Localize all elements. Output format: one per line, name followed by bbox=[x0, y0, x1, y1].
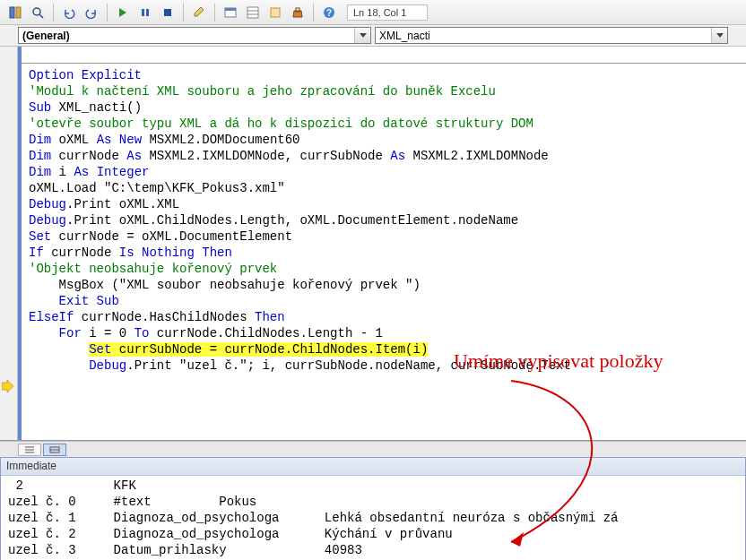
code-token: Is Nothing Then bbox=[119, 246, 232, 260]
code-token: Debug bbox=[89, 358, 126, 373]
immediate-line: uzel č. 3 Datum_prihlasky 40983 bbox=[8, 543, 362, 557]
code-token: As New bbox=[97, 133, 142, 147]
code-token: Dim bbox=[29, 149, 51, 163]
full-module-view-button[interactable] bbox=[43, 444, 66, 456]
help-icon[interactable]: ? bbox=[319, 3, 339, 22]
code-token: Then bbox=[255, 310, 285, 324]
toolbox-icon[interactable] bbox=[288, 3, 308, 22]
svg-rect-5 bbox=[146, 9, 149, 16]
properties-icon[interactable] bbox=[243, 3, 263, 22]
procedure-dropdown-value: XML_nacti bbox=[379, 30, 430, 42]
code-token: Debug bbox=[29, 197, 66, 211]
code-text: i = 0 bbox=[82, 326, 134, 340]
toolbar-separator bbox=[53, 4, 54, 22]
immediate-line: uzel č. 1 Diagnoza_od_psychologa Lehká o… bbox=[8, 511, 619, 525]
code-token: Sub bbox=[29, 100, 51, 115]
code-text: .Print oXML.XML bbox=[66, 197, 179, 211]
code-text: oXML.Load "C:\temp\KFK_Pokus3.xml" bbox=[29, 181, 285, 195]
immediate-line: uzel č. 2 Diagnoza_od_psychologa Kýchání… bbox=[8, 527, 453, 541]
procedure-dropdown[interactable]: XML_nacti bbox=[375, 27, 728, 44]
run-icon[interactable] bbox=[113, 3, 133, 22]
undo-icon[interactable] bbox=[59, 3, 79, 22]
line-column-indicator: Ln 18, Col 1 bbox=[347, 4, 428, 21]
code-area[interactable]: Option Explicit 'Modul k načtení XML sou… bbox=[18, 47, 746, 440]
code-token: Dim bbox=[29, 133, 51, 147]
object-dropdown[interactable]: (General) bbox=[18, 27, 371, 44]
code-text: .Print oXML.ChildNodes.Length, oXML.Docu… bbox=[66, 213, 518, 228]
view-mode-strip bbox=[0, 441, 746, 457]
chevron-down-icon[interactable] bbox=[711, 28, 727, 43]
svg-point-2 bbox=[33, 8, 40, 15]
tool-find-icon[interactable] bbox=[28, 3, 48, 22]
code-text: oXML bbox=[51, 133, 96, 147]
code-token: For bbox=[59, 326, 82, 340]
code-token: Debug bbox=[29, 213, 66, 228]
code-token: Dim bbox=[29, 165, 51, 179]
immediate-window-title: Immediate bbox=[1, 458, 745, 476]
object-browser-icon[interactable] bbox=[265, 3, 285, 22]
project-explorer-icon[interactable] bbox=[221, 3, 240, 22]
dropdown-row: (General) XML_nacti bbox=[0, 25, 746, 47]
code-text: MSXML2.IXMLDOMNode bbox=[405, 149, 549, 163]
pause-icon[interactable] bbox=[135, 3, 155, 22]
code-text: MsgBox ("XML soubor neobsahuje kořenový … bbox=[29, 278, 421, 292]
svg-rect-8 bbox=[225, 8, 236, 11]
code-text: XML_nacti() bbox=[51, 100, 142, 115]
procedure-view-button[interactable] bbox=[18, 444, 41, 456]
svg-rect-6 bbox=[164, 9, 171, 16]
svg-rect-12 bbox=[271, 8, 280, 17]
code-token: Set bbox=[29, 229, 51, 244]
code-token: Exit Sub bbox=[59, 294, 119, 308]
code-text bbox=[29, 294, 59, 308]
code-text bbox=[29, 326, 59, 340]
code-token: As Integer bbox=[74, 165, 149, 179]
toolbar: ? Ln 18, Col 1 bbox=[0, 0, 746, 25]
svg-rect-1 bbox=[16, 7, 21, 18]
toolbar-separator bbox=[214, 4, 215, 22]
code-text: MSXML2.DOMDocument60 bbox=[142, 133, 299, 147]
object-dropdown-value: (General) bbox=[22, 30, 70, 42]
code-text bbox=[29, 358, 89, 373]
code-text: currNode = oXML.DocumentElement bbox=[51, 229, 292, 244]
design-mode-icon[interactable] bbox=[189, 3, 209, 22]
svg-text:?: ? bbox=[326, 8, 332, 18]
code-text: currSubNode = currNode.ChildNodes.Item(i… bbox=[111, 342, 428, 357]
tool-references-icon[interactable] bbox=[5, 3, 25, 22]
toolbar-separator bbox=[107, 4, 108, 22]
code-token: As bbox=[390, 149, 405, 163]
code-comment: 'Objekt neobsahuje kořenový prvek bbox=[29, 262, 277, 276]
code-editor: Option Explicit 'Modul k načtení XML sou… bbox=[0, 47, 746, 441]
code-text: currNode.HasChildNodes bbox=[74, 310, 255, 324]
toolbar-separator bbox=[313, 4, 314, 22]
svg-line-3 bbox=[39, 14, 43, 18]
code-comment: 'Modul k načtení XML souboru a jeho zpra… bbox=[29, 84, 496, 99]
code-token: Set bbox=[89, 342, 111, 357]
svg-rect-0 bbox=[10, 7, 14, 18]
code-token: If bbox=[29, 246, 44, 260]
toolbar-separator bbox=[183, 4, 184, 22]
stop-icon[interactable] bbox=[158, 3, 178, 22]
code-text: i bbox=[51, 165, 74, 179]
redo-icon[interactable] bbox=[82, 3, 101, 22]
code-text: currNode bbox=[51, 149, 126, 163]
code-token: Option Explicit bbox=[29, 68, 142, 82]
immediate-output[interactable]: 2 KFK uzel č. 0 #text Pokus uzel č. 1 Di… bbox=[1, 476, 745, 560]
immediate-line: 2 KFK bbox=[8, 478, 136, 493]
code-token: ElseIf bbox=[29, 310, 74, 324]
chevron-down-icon[interactable] bbox=[354, 28, 370, 43]
code-comment: 'otevře soubor typu XML a dá ho k dispoz… bbox=[29, 116, 533, 131]
immediate-window: Immediate 2 KFK uzel č. 0 #text Pokus uz… bbox=[0, 457, 746, 560]
code-text: .Print "uzel č."; i, currSubNode.nodeNam… bbox=[126, 358, 571, 373]
svg-rect-4 bbox=[142, 9, 144, 16]
code-token: As bbox=[126, 149, 142, 163]
current-line-arrow-icon bbox=[2, 380, 14, 392]
code-text bbox=[29, 342, 89, 357]
code-text: currNode bbox=[44, 246, 119, 260]
svg-rect-9 bbox=[247, 7, 258, 18]
code-token: To bbox=[134, 326, 150, 340]
code-text: currNode.ChildNodes.Length - 1 bbox=[149, 326, 382, 340]
immediate-line: uzel č. 0 #text Pokus bbox=[8, 495, 256, 509]
code-text: MSXML2.IXMLDOMNode, currSubNode bbox=[142, 149, 390, 163]
breakpoint-margin[interactable] bbox=[0, 47, 18, 440]
